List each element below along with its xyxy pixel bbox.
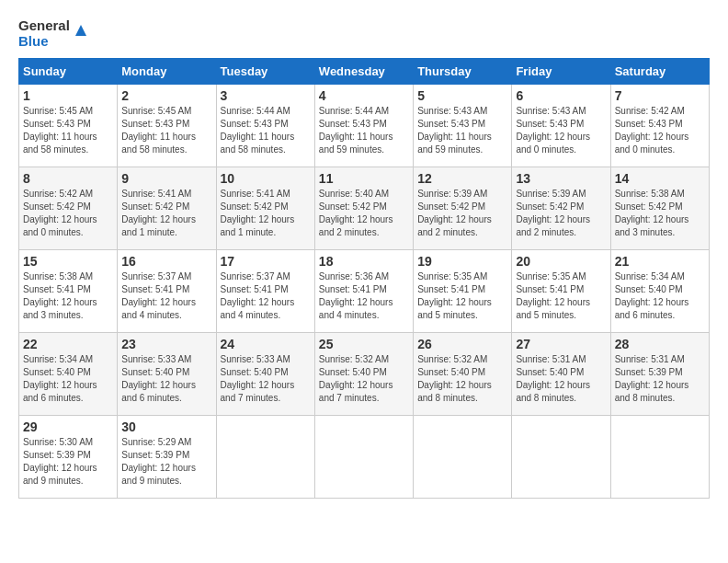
calendar-week-4: 22Sunrise: 5:34 AMSunset: 5:40 PMDayligh… xyxy=(19,333,710,416)
day-number: 20 xyxy=(516,254,606,269)
day-number: 19 xyxy=(417,254,507,269)
calendar-header: SundayMondayTuesdayWednesdayThursdayFrid… xyxy=(19,59,710,85)
day-info: Sunrise: 5:45 AMSunset: 5:43 PMDaylight:… xyxy=(23,105,113,156)
day-number: 11 xyxy=(319,171,409,186)
day-number: 5 xyxy=(417,88,507,103)
day-header-friday: Friday xyxy=(512,59,610,85)
calendar-day-7: 7Sunrise: 5:42 AMSunset: 5:43 PMDaylight… xyxy=(610,85,709,167)
day-number: 17 xyxy=(221,254,311,269)
day-info: Sunrise: 5:39 AMSunset: 5:42 PMDaylight:… xyxy=(417,188,507,239)
day-number: 25 xyxy=(319,337,409,351)
day-info: Sunrise: 5:37 AMSunset: 5:41 PMDaylight:… xyxy=(221,270,311,322)
day-info: Sunrise: 5:45 AMSunset: 5:43 PMDaylight:… xyxy=(121,105,211,156)
day-number: 28 xyxy=(615,337,705,351)
day-number: 22 xyxy=(23,337,113,351)
calendar-week-1: 1Sunrise: 5:45 AMSunset: 5:43 PMDaylight… xyxy=(19,85,710,167)
day-number: 21 xyxy=(615,254,705,269)
day-number: 13 xyxy=(516,171,606,186)
day-info: Sunrise: 5:43 AMSunset: 5:43 PMDaylight:… xyxy=(516,105,606,156)
empty-cell xyxy=(414,416,512,499)
calendar-day-27: 27Sunrise: 5:31 AMSunset: 5:40 PMDayligh… xyxy=(512,333,610,416)
calendar-day-12: 12Sunrise: 5:39 AMSunset: 5:42 PMDayligh… xyxy=(414,167,512,250)
calendar-day-22: 22Sunrise: 5:34 AMSunset: 5:40 PMDayligh… xyxy=(19,333,118,416)
calendar-week-2: 8Sunrise: 5:42 AMSunset: 5:42 PMDaylight… xyxy=(19,167,710,250)
calendar-day-4: 4Sunrise: 5:44 AMSunset: 5:43 PMDaylight… xyxy=(314,85,413,167)
day-header-monday: Monday xyxy=(118,59,216,85)
calendar-day-10: 10Sunrise: 5:41 AMSunset: 5:42 PMDayligh… xyxy=(216,167,314,250)
day-info: Sunrise: 5:36 AMSunset: 5:41 PMDaylight:… xyxy=(319,270,409,322)
calendar-day-8: 8Sunrise: 5:42 AMSunset: 5:42 PMDaylight… xyxy=(19,167,118,250)
day-number: 29 xyxy=(23,419,113,434)
day-info: Sunrise: 5:35 AMSunset: 5:41 PMDaylight:… xyxy=(516,270,606,322)
calendar-week-3: 15Sunrise: 5:38 AMSunset: 5:41 PMDayligh… xyxy=(19,250,710,333)
logo-mark: General Blue xyxy=(18,18,90,49)
day-info: Sunrise: 5:41 AMSunset: 5:42 PMDaylight:… xyxy=(221,188,311,239)
day-info: Sunrise: 5:39 AMSunset: 5:42 PMDaylight:… xyxy=(516,188,606,239)
calendar-day-1: 1Sunrise: 5:45 AMSunset: 5:43 PMDaylight… xyxy=(19,85,118,167)
day-info: Sunrise: 5:42 AMSunset: 5:42 PMDaylight:… xyxy=(23,188,113,239)
day-info: Sunrise: 5:38 AMSunset: 5:41 PMDaylight:… xyxy=(23,270,113,322)
calendar-day-14: 14Sunrise: 5:38 AMSunset: 5:42 PMDayligh… xyxy=(610,167,709,250)
calendar-day-17: 17Sunrise: 5:37 AMSunset: 5:41 PMDayligh… xyxy=(216,250,314,333)
day-number: 1 xyxy=(23,88,113,103)
day-info: Sunrise: 5:41 AMSunset: 5:42 PMDaylight:… xyxy=(121,188,211,239)
day-info: Sunrise: 5:42 AMSunset: 5:43 PMDaylight:… xyxy=(615,105,705,156)
day-info: Sunrise: 5:37 AMSunset: 5:41 PMDaylight:… xyxy=(121,270,211,322)
day-info: Sunrise: 5:43 AMSunset: 5:43 PMDaylight:… xyxy=(417,105,507,156)
day-number: 14 xyxy=(615,171,705,186)
day-header-tuesday: Tuesday xyxy=(216,59,314,85)
day-number: 12 xyxy=(417,171,507,186)
day-number: 23 xyxy=(121,337,211,351)
svg-marker-0 xyxy=(75,25,86,36)
calendar-day-3: 3Sunrise: 5:44 AMSunset: 5:43 PMDaylight… xyxy=(216,85,314,167)
day-info: Sunrise: 5:44 AMSunset: 5:43 PMDaylight:… xyxy=(221,105,311,156)
empty-cell xyxy=(610,416,709,499)
day-number: 6 xyxy=(516,88,606,103)
day-number: 27 xyxy=(516,337,606,351)
day-number: 18 xyxy=(319,254,409,269)
day-header-sunday: Sunday xyxy=(19,59,118,85)
day-number: 10 xyxy=(221,171,311,186)
day-number: 9 xyxy=(121,171,211,186)
day-info: Sunrise: 5:40 AMSunset: 5:42 PMDaylight:… xyxy=(319,188,409,239)
calendar-day-5: 5Sunrise: 5:43 AMSunset: 5:43 PMDaylight… xyxy=(414,85,512,167)
day-number: 7 xyxy=(615,88,705,103)
calendar-table: SundayMondayTuesdayWednesdayThursdayFrid… xyxy=(18,58,710,499)
day-number: 24 xyxy=(221,337,311,351)
day-info: Sunrise: 5:44 AMSunset: 5:43 PMDaylight:… xyxy=(319,105,409,156)
day-number: 26 xyxy=(417,337,507,351)
calendar-day-2: 2Sunrise: 5:45 AMSunset: 5:43 PMDaylight… xyxy=(118,85,216,167)
day-info: Sunrise: 5:35 AMSunset: 5:41 PMDaylight:… xyxy=(417,270,507,322)
day-info: Sunrise: 5:33 AMSunset: 5:40 PMDaylight:… xyxy=(221,353,311,405)
empty-cell xyxy=(216,416,314,499)
page-header: General Blue xyxy=(18,18,710,49)
day-info: Sunrise: 5:33 AMSunset: 5:40 PMDaylight:… xyxy=(121,353,211,405)
day-number: 16 xyxy=(121,254,211,269)
calendar-day-29: 29Sunrise: 5:30 AMSunset: 5:39 PMDayligh… xyxy=(19,416,118,499)
day-info: Sunrise: 5:32 AMSunset: 5:40 PMDaylight:… xyxy=(417,353,507,405)
day-header-wednesday: Wednesday xyxy=(314,59,413,85)
calendar-day-13: 13Sunrise: 5:39 AMSunset: 5:42 PMDayligh… xyxy=(512,167,610,250)
calendar-day-24: 24Sunrise: 5:33 AMSunset: 5:40 PMDayligh… xyxy=(216,333,314,416)
calendar-week-5: 29Sunrise: 5:30 AMSunset: 5:39 PMDayligh… xyxy=(19,416,710,499)
calendar-day-23: 23Sunrise: 5:33 AMSunset: 5:40 PMDayligh… xyxy=(118,333,216,416)
day-info: Sunrise: 5:38 AMSunset: 5:42 PMDaylight:… xyxy=(615,188,705,239)
day-info: Sunrise: 5:31 AMSunset: 5:40 PMDaylight:… xyxy=(516,353,606,405)
calendar-day-19: 19Sunrise: 5:35 AMSunset: 5:41 PMDayligh… xyxy=(414,250,512,333)
calendar-day-26: 26Sunrise: 5:32 AMSunset: 5:40 PMDayligh… xyxy=(414,333,512,416)
day-info: Sunrise: 5:34 AMSunset: 5:40 PMDaylight:… xyxy=(615,270,705,322)
calendar-day-25: 25Sunrise: 5:32 AMSunset: 5:40 PMDayligh… xyxy=(314,333,413,416)
calendar-day-16: 16Sunrise: 5:37 AMSunset: 5:41 PMDayligh… xyxy=(118,250,216,333)
logo-text: General Blue xyxy=(18,18,70,49)
day-info: Sunrise: 5:31 AMSunset: 5:39 PMDaylight:… xyxy=(615,353,705,405)
header-row: SundayMondayTuesdayWednesdayThursdayFrid… xyxy=(19,59,710,85)
empty-cell xyxy=(314,416,413,499)
day-info: Sunrise: 5:34 AMSunset: 5:40 PMDaylight:… xyxy=(23,353,113,405)
empty-cell xyxy=(512,416,610,499)
day-info: Sunrise: 5:29 AMSunset: 5:39 PMDaylight:… xyxy=(121,436,211,488)
calendar-day-28: 28Sunrise: 5:31 AMSunset: 5:39 PMDayligh… xyxy=(610,333,709,416)
calendar-day-18: 18Sunrise: 5:36 AMSunset: 5:41 PMDayligh… xyxy=(314,250,413,333)
day-info: Sunrise: 5:30 AMSunset: 5:39 PMDaylight:… xyxy=(23,436,113,488)
calendar-body: 1Sunrise: 5:45 AMSunset: 5:43 PMDaylight… xyxy=(19,85,710,499)
day-header-saturday: Saturday xyxy=(610,59,709,85)
